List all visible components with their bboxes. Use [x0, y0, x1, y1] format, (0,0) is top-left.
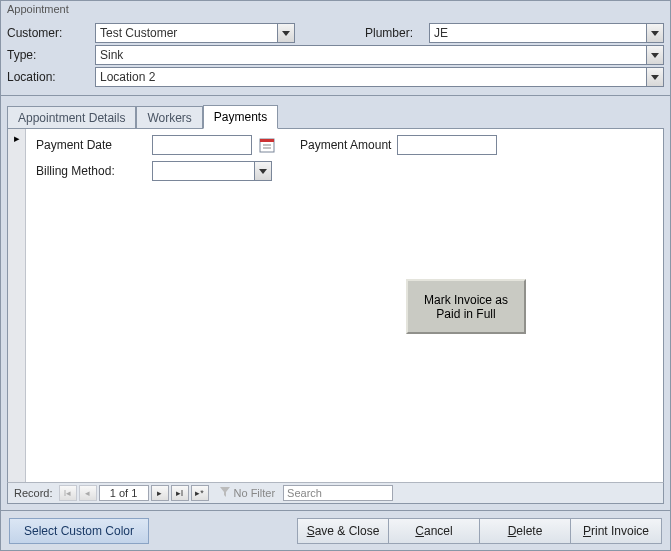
mark-paid-button[interactable]: Mark Invoice as Paid in Full [406, 279, 526, 334]
billing-method-combo[interactable] [152, 161, 272, 181]
svg-marker-3 [651, 75, 659, 80]
customer-combo[interactable]: Test Customer [95, 23, 295, 43]
nav-next-button[interactable]: ▸ [151, 485, 169, 501]
current-record-marker-icon: ▸ [8, 129, 25, 147]
window-title: Appointment [1, 1, 670, 19]
svg-marker-0 [282, 31, 290, 36]
tab-appointment-details[interactable]: Appointment Details [7, 106, 136, 129]
payment-date-input[interactable] [152, 135, 252, 155]
customer-value: Test Customer [96, 24, 277, 42]
nav-new-button[interactable]: ▸* [191, 485, 209, 501]
save-close-button[interactable]: Save & Close [297, 518, 389, 544]
nav-first-button[interactable]: I◂ [59, 485, 77, 501]
no-filter-text: No Filter [234, 487, 276, 499]
dropdown-icon[interactable] [646, 46, 663, 64]
billing-method-value [153, 162, 254, 180]
tab-payments[interactable]: Payments [203, 105, 278, 129]
customer-label: Customer: [7, 26, 87, 40]
dropdown-icon[interactable] [646, 68, 663, 86]
delete-button[interactable]: Delete [479, 518, 571, 544]
print-invoice-button[interactable]: Print Invoice [570, 518, 662, 544]
dropdown-icon[interactable] [646, 24, 663, 42]
filter-indicator[interactable]: No Filter [219, 486, 276, 500]
svg-marker-2 [651, 53, 659, 58]
payment-amount-input[interactable] [397, 135, 497, 155]
bottom-bar: Select Custom Color Save & Close Cancel … [1, 510, 670, 550]
record-selector[interactable]: ▸ [8, 129, 26, 497]
svg-marker-9 [220, 487, 230, 497]
location-value: Location 2 [96, 68, 646, 86]
type-label: Type: [7, 48, 87, 62]
svg-rect-5 [260, 139, 274, 142]
type-value: Sink [96, 46, 646, 64]
tabs-area: Appointment Details Workers Payments ▸ P… [7, 104, 664, 498]
type-combo[interactable]: Sink [95, 45, 664, 65]
tab-row: Appointment Details Workers Payments [7, 104, 664, 128]
plumber-combo[interactable]: JE [429, 23, 664, 43]
location-combo[interactable]: Location 2 [95, 67, 664, 87]
record-navigator: Record: I◂ ◂ 1 of 1 ▸ ▸I ▸* No Filter Se… [7, 482, 664, 504]
payment-date-label: Payment Date [36, 138, 146, 152]
nav-prev-button[interactable]: ◂ [79, 485, 97, 501]
record-position[interactable]: 1 of 1 [99, 485, 149, 501]
select-custom-color-button[interactable]: Select Custom Color [9, 518, 149, 544]
billing-method-label: Billing Method: [36, 164, 146, 178]
tab-workers[interactable]: Workers [136, 106, 202, 129]
dropdown-icon[interactable] [254, 162, 271, 180]
plumber-label: Plumber: [323, 26, 413, 40]
svg-marker-8 [259, 169, 267, 174]
panel-body: Payment Date Payment Amount Bill [26, 129, 663, 497]
dropdown-icon[interactable] [277, 24, 294, 42]
nav-last-button[interactable]: ▸I [171, 485, 189, 501]
appointment-window: Appointment Customer: Test Customer Plum… [0, 0, 671, 551]
payments-panel: ▸ Payment Date Payment Amount [7, 128, 664, 498]
cancel-button[interactable]: Cancel [388, 518, 480, 544]
search-input[interactable]: Search [283, 485, 393, 501]
record-label: Record: [10, 487, 57, 499]
svg-marker-1 [651, 31, 659, 36]
calendar-icon[interactable] [258, 136, 276, 154]
location-label: Location: [7, 70, 87, 84]
payment-amount-label: Payment Amount [300, 138, 391, 152]
plumber-value: JE [430, 24, 646, 42]
form-header: Customer: Test Customer Plumber: JE Type… [1, 19, 670, 96]
filter-icon [219, 486, 231, 500]
